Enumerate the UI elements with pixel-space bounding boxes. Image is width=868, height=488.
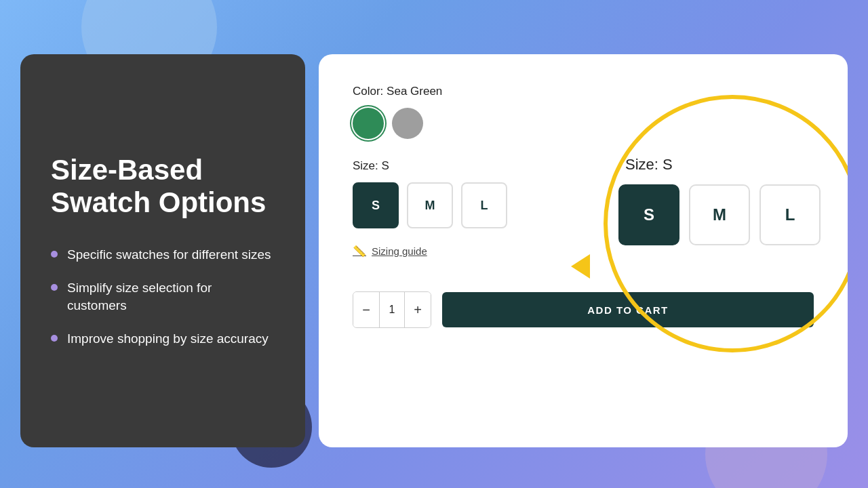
list-item-text: Simplify size selection for customers <box>67 279 275 315</box>
zoomed-size-display: Size: S S M L <box>618 156 821 245</box>
quantity-increase-button[interactable]: + <box>405 292 431 327</box>
list-item: Improve shopping by size accuracy <box>51 330 275 348</box>
left-panel: Size-BasedSwatch Options Specific swatch… <box>20 54 305 447</box>
list-item: Simplify size selection for customers <box>51 279 275 315</box>
bullet-icon <box>51 251 58 258</box>
size-button-s[interactable]: S <box>353 182 399 228</box>
quantity-control: − 1 + <box>353 291 431 328</box>
color-swatch-green[interactable] <box>353 108 384 139</box>
quantity-value: 1 <box>379 292 405 327</box>
arrow-icon <box>571 254 590 279</box>
feature-list: Specific swatches for different sizes Si… <box>51 246 275 348</box>
color-swatch-gray[interactable] <box>392 108 423 139</box>
zoomed-size-button-s[interactable]: S <box>618 184 679 245</box>
cart-row: − 1 + ADD TO CART <box>353 291 814 328</box>
bullet-icon <box>51 284 58 291</box>
quantity-decrease-button[interactable]: − <box>353 292 379 327</box>
list-item: Specific swatches for different sizes <box>51 246 275 264</box>
size-button-m[interactable]: M <box>407 182 453 228</box>
color-swatches <box>353 108 814 139</box>
zoomed-size-button-m[interactable]: M <box>689 184 750 245</box>
size-button-l[interactable]: L <box>461 182 507 228</box>
list-item-text: Improve shopping by size accuracy <box>67 330 269 348</box>
zoomed-size-buttons: S M L <box>618 184 821 245</box>
zoomed-size-label: Size: S <box>625 156 673 174</box>
right-panel: Color: Sea Green Size: S S M L 📏 Sizing … <box>319 54 848 447</box>
color-value: Sea Green <box>387 85 442 98</box>
add-to-cart-button[interactable]: ADD TO CART <box>442 292 814 327</box>
main-container: Size-BasedSwatch Options Specific swatch… <box>20 54 848 447</box>
bullet-icon <box>51 335 58 342</box>
list-item-text: Specific swatches for different sizes <box>67 246 271 264</box>
sizing-guide-label: Sizing guide <box>372 245 427 257</box>
size-value: S <box>382 159 389 172</box>
zoomed-size-button-l[interactable]: L <box>760 184 821 245</box>
color-label: Color: Sea Green <box>353 85 814 98</box>
page-title: Size-BasedSwatch Options <box>51 154 275 220</box>
ruler-icon: 📏 <box>353 245 366 258</box>
